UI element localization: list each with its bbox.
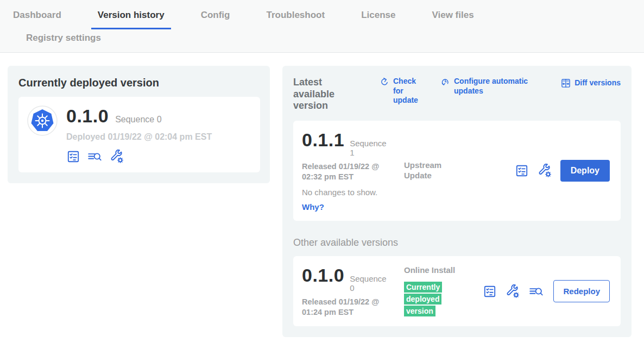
tab-config[interactable]: Config (194, 9, 237, 29)
tab-registry-settings[interactable]: Registry settings (20, 32, 108, 43)
available-versions-panel: Latest available version Check for updat… (282, 66, 632, 337)
tab-license[interactable]: License (355, 9, 402, 29)
refresh-arrow-icon (379, 77, 390, 88)
latest-version-number: 0.1.1 (302, 129, 344, 151)
nav-row-secondary: Registry settings (0, 29, 644, 52)
deployed-timestamp: Deployed 01/19/22 @ 02:04 pm EST (66, 132, 212, 142)
config-wrench-gear-icon[interactable] (538, 164, 552, 178)
config-wrench-gear-icon[interactable] (110, 150, 124, 164)
currently-deployed-panel: Currently deployed version (8, 66, 270, 183)
nav-row-primary: Dashboard Version history Config Trouble… (0, 0, 644, 29)
other-version-middle: Online Install Currently deployed versio… (404, 265, 457, 317)
redeploy-button[interactable]: Redeploy (553, 280, 610, 302)
other-source-label: Online Install (404, 265, 457, 276)
other-version-actions: Redeploy (483, 280, 610, 302)
latest-version-header: Latest available version Check for updat… (293, 77, 621, 112)
other-versions-title: Other available versions (293, 237, 621, 248)
configure-automatic-updates-link[interactable]: Configure automatic updates (440, 77, 530, 96)
deployed-version-card: 0.1.0 Sequence 0 Deployed 01/19/22 @ 02:… (18, 97, 260, 172)
currently-deployed-title: Currently deployed version (18, 77, 260, 89)
other-released-timestamp: Released 01/19/22 @ 01:24 pm EST (302, 297, 394, 318)
preflight-checklist-icon[interactable] (483, 284, 497, 299)
latest-version-details: 0.1.1 Sequence 1 Released 01/19/22 @ 02:… (302, 129, 404, 212)
latest-version-card: 0.1.1 Sequence 1 Released 01/19/22 @ 02:… (293, 121, 621, 221)
other-sequence-label: Sequence 0 (350, 274, 389, 293)
config-wrench-gear-icon[interactable] (506, 284, 520, 299)
latest-source-label: Upstream Update (404, 160, 457, 181)
deploy-button[interactable]: Deploy (560, 160, 610, 182)
diff-columns-icon (560, 77, 571, 90)
release-notes-icon[interactable] (87, 150, 103, 164)
tab-dashboard[interactable]: Dashboard (7, 9, 68, 29)
latest-released-timestamp: Released 01/19/22 @ 02:32 pm EST (302, 161, 394, 182)
deployed-sequence-label: Sequence 0 (115, 115, 161, 125)
preflight-checklist-icon[interactable] (66, 150, 80, 164)
kubernetes-logo-icon (27, 105, 58, 164)
tab-view-files[interactable]: View files (425, 9, 480, 29)
currently-deployed-badge: Currently deployed version (404, 281, 443, 317)
other-version-number: 0.1.0 (302, 265, 344, 286)
release-notes-icon[interactable] (528, 284, 545, 299)
tab-troubleshoot[interactable]: Troubleshoot (260, 9, 331, 29)
deployed-version-details: 0.1.0 Sequence 0 Deployed 01/19/22 @ 02:… (66, 105, 212, 164)
other-version-details: 0.1.0 Sequence 0 Released 01/19/22 @ 01:… (302, 265, 404, 318)
check-for-update-link[interactable]: Check for update (379, 77, 426, 105)
latest-version-actions: Deploy (515, 160, 610, 182)
preflight-checklist-icon[interactable] (515, 164, 529, 178)
latest-changes-text: No changes to show. (302, 188, 404, 197)
top-navigation: Dashboard Version history Config Trouble… (0, 0, 644, 53)
latest-sequence-label: Sequence 1 (350, 139, 389, 158)
other-version-card: 0.1.0 Sequence 0 Released 01/19/22 @ 01:… (293, 256, 621, 326)
main-content: Currently deployed version (0, 53, 644, 337)
latest-version-title: Latest available version (293, 77, 365, 112)
diff-versions-link[interactable]: Diff versions (560, 77, 621, 90)
why-link[interactable]: Why? (302, 202, 324, 212)
tab-version-history[interactable]: Version history (91, 9, 171, 29)
scheduled-update-icon (440, 77, 451, 88)
deployed-version-number: 0.1.0 (66, 105, 109, 127)
